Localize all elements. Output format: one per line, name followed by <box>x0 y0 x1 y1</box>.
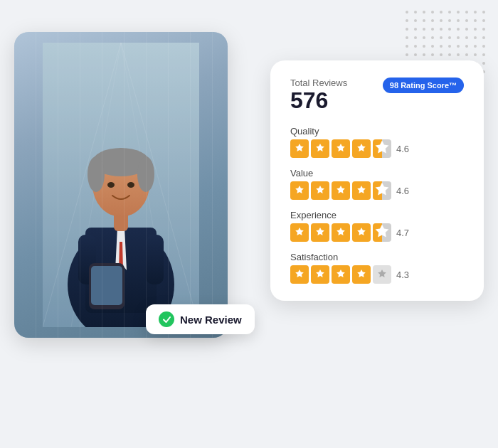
dot <box>431 19 434 22</box>
dot <box>423 28 425 31</box>
dot <box>465 28 468 31</box>
dot <box>423 19 425 22</box>
svg-rect-17 <box>78 235 96 284</box>
svg-rect-19 <box>91 266 122 305</box>
category-name: Value <box>290 168 464 178</box>
star-full <box>290 265 309 284</box>
star-full <box>290 139 309 158</box>
dot <box>482 53 485 56</box>
dot <box>482 11 485 14</box>
svg-point-16 <box>127 182 134 188</box>
svg-line-1 <box>43 43 121 327</box>
dot <box>406 53 408 56</box>
category-row: Satisfaction4.3 <box>290 252 464 284</box>
star-half <box>373 223 391 242</box>
dot <box>457 19 460 22</box>
dot <box>448 45 451 48</box>
new-review-label: New Review <box>180 314 242 326</box>
dot <box>448 11 451 14</box>
stars-row: 4.3 <box>290 265 464 284</box>
dot <box>406 11 408 14</box>
dot <box>406 36 408 39</box>
dot <box>406 28 408 31</box>
scene: Total Reviews 576 98 Rating Score™ Quali… <box>14 18 484 430</box>
dot <box>440 36 443 39</box>
dot <box>457 45 460 48</box>
dot <box>440 28 443 31</box>
dot <box>465 45 468 48</box>
dot <box>482 28 485 31</box>
dot <box>457 36 460 39</box>
dot <box>474 45 477 48</box>
star-full <box>311 265 329 284</box>
checkmark-icon <box>162 315 171 324</box>
dot <box>457 11 460 14</box>
stars-row: 4.6 <box>290 181 464 200</box>
svg-line-4 <box>121 43 171 327</box>
dot <box>465 36 468 39</box>
svg-rect-20 <box>146 235 164 284</box>
star-full <box>332 139 350 158</box>
dot <box>482 36 485 39</box>
stats-header: Total Reviews 576 98 Rating Score™ <box>290 78 464 113</box>
dot <box>474 53 477 56</box>
dot <box>448 28 451 31</box>
category-name: Satisfaction <box>290 252 464 262</box>
rating-value: 4.7 <box>396 228 409 238</box>
svg-marker-8 <box>115 228 127 270</box>
dot <box>423 36 425 39</box>
star-full <box>290 181 309 200</box>
star-full <box>332 181 350 200</box>
dot <box>414 53 417 56</box>
dot <box>440 19 443 22</box>
dot <box>465 53 468 56</box>
svg-point-12 <box>92 148 149 176</box>
star-full <box>311 181 329 200</box>
star-full <box>352 181 371 200</box>
rating-value: 4.6 <box>396 186 409 196</box>
star-full <box>332 265 350 284</box>
new-review-badge: New Review <box>146 304 255 334</box>
dot <box>440 53 443 56</box>
dot <box>440 11 443 14</box>
svg-rect-0 <box>43 43 199 327</box>
dot <box>448 53 451 56</box>
star-half <box>373 181 391 200</box>
dot <box>406 19 408 22</box>
dot <box>414 45 417 48</box>
svg-rect-5 <box>43 43 199 327</box>
check-circle-icon <box>159 311 174 327</box>
category-row: Experience4.7 <box>290 210 464 242</box>
dot <box>457 28 460 31</box>
dot <box>414 11 417 14</box>
svg-point-13 <box>88 156 105 192</box>
photo-placeholder <box>14 32 228 338</box>
category-name: Quality <box>290 126 464 137</box>
svg-marker-9 <box>119 242 123 270</box>
dot <box>465 11 468 14</box>
star-full <box>311 223 329 242</box>
stars-row: 4.7 <box>290 223 464 242</box>
dot <box>474 28 477 31</box>
star-full <box>332 223 350 242</box>
category-name: Experience <box>290 210 464 220</box>
dot <box>431 53 434 56</box>
dot <box>431 28 434 31</box>
svg-rect-10 <box>114 206 128 231</box>
star-full <box>352 139 371 158</box>
dot <box>423 11 425 14</box>
dot <box>448 19 451 22</box>
dot <box>414 19 417 22</box>
dot <box>457 53 460 56</box>
dot <box>482 45 485 48</box>
category-row: Value4.6 <box>290 168 464 200</box>
svg-point-11 <box>92 153 149 217</box>
dot <box>440 45 443 48</box>
total-reviews-label: Total Reviews <box>290 78 347 88</box>
stars-row: 4.6 <box>290 139 464 158</box>
category-row: Quality4.6 <box>290 126 464 158</box>
rating-score-badge: 98 Rating Score™ <box>383 78 464 93</box>
total-reviews-section: Total Reviews 576 <box>290 78 347 113</box>
dot <box>474 19 477 22</box>
stats-card: Total Reviews 576 98 Rating Score™ Quali… <box>270 60 484 301</box>
